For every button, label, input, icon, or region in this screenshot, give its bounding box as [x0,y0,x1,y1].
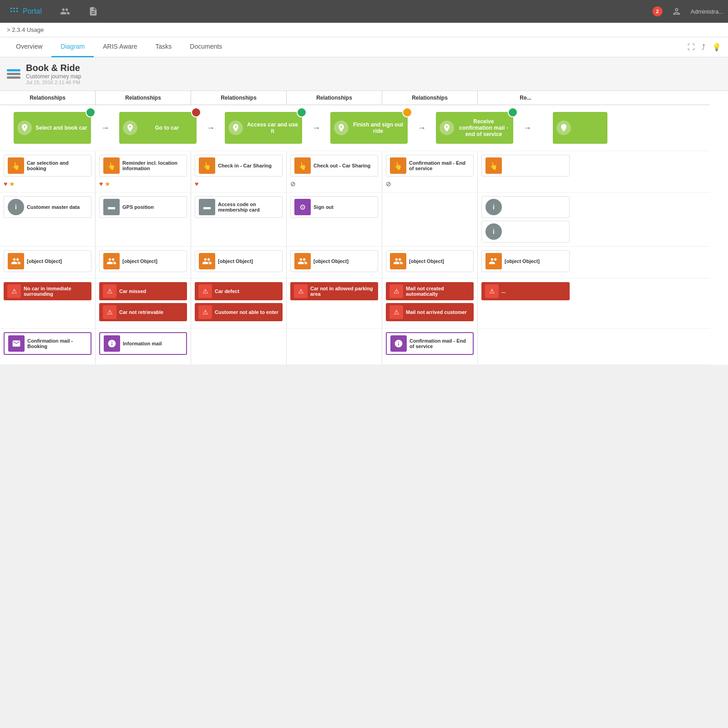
notification-badge[interactable]: 2 [652,6,662,16]
process-step-0: Select and book car [5,112,100,144]
alert-cell-1: ⚠ Car missed ⚠ Car not retrievable [96,278,191,328]
mail-cell-0: Confirmation mail - Booking [0,329,96,364]
tab-documents[interactable]: Documents [181,37,231,57]
team-item-2[interactable]: [object Object] [195,250,283,272]
title-bar-blue [7,69,20,71]
tab-overview[interactable]: Overview [7,37,51,57]
team-cell-3: [object Object] [287,247,382,278]
process-box-4[interactable]: Receive confirmation mail - end of servi… [436,112,513,144]
access-item[interactable]: ▬ Access code on membership card [195,196,283,218]
process-box-2[interactable]: Access car and use it [225,112,302,144]
step-label-4: Receive confirmation mail - end of servi… [458,118,510,137]
tabs-actions: ⛶ ⤴ 💡 [688,43,721,51]
alert-item-1b[interactable]: ⚠ Car not retrievable [99,303,187,321]
arrow-4: → [523,123,531,133]
nav-users[interactable] [56,0,75,23]
info-item-5b[interactable]: i [481,221,570,243]
touchpoint-label-2: Check in - Car Sharing [218,163,272,168]
team-cell-4: [object Object] [382,247,478,278]
touchpoint-item-0[interactable]: 👆 Car selection and booking [4,155,91,177]
info-item-0[interactable]: i Customer master data [4,196,91,218]
info-item-5a[interactable]: i [481,196,570,218]
touchpoint-cell-1: 👆 Reminder incl. location information ♥ … [96,151,191,192]
touchpoint-label-4: Confirmation mail - End of service [409,160,470,171]
mail-label-4: Confirmation mail - End of service [410,338,469,349]
tabs-bar: Overview Diagram ARIS Aware Tasks Docume… [0,37,728,57]
team-cell-1: [object Object] [96,247,191,278]
alert-item-4b[interactable]: ⚠ Mail not arrived customer [386,303,474,321]
team-label-0: [object Object] [27,258,62,264]
alert-item-1a[interactable]: ⚠ Car missed [99,282,187,300]
touchpoint-cell-2: 👆 Check in - Car Sharing ♥ [191,151,287,192]
alert-item-2a[interactable]: ⚠ Car defect [195,282,283,300]
team-item-3[interactable]: [object Object] [290,250,378,272]
mail-cell-3 [287,329,382,364]
team-cell-2: [object Object] [191,247,287,278]
tab-aris-aware[interactable]: ARIS Aware [94,37,146,57]
alert-icon-1a: ⚠ [103,284,116,298]
process-box-0[interactable]: Select and book car [14,112,91,144]
team-item-5[interactable]: [object Object] [481,250,570,272]
data-cell-1: ▬ GPS position [96,192,191,246]
process-dot-3 [402,107,412,117]
process-step-2: Access car and use it [216,112,311,144]
docs-icon [88,6,98,16]
share-network-icon[interactable]: ⛶ [688,43,695,51]
mail-label-1: Information mail [123,341,162,346]
alert-label-2b: Customer not able to enter [215,309,278,315]
team-icon-3 [294,253,311,269]
team-label-3: [object Object] [313,258,349,264]
team-item-0[interactable]: [object Object] [4,250,91,272]
team-icon-2 [199,253,215,269]
users-icon [60,6,70,16]
team-item-4[interactable]: [object Object] [386,250,474,272]
diagram-title-area: Book & Ride Customer journey map Jul 15,… [0,57,728,91]
nav-glasses[interactable] [667,6,686,16]
alert-item-5[interactable]: ⚠ ... [481,282,570,300]
nav-right-actions: 2 Administra... [652,6,723,16]
tab-diagram[interactable]: Diagram [51,37,94,57]
process-box-3[interactable]: Finish and sign out ride [330,112,408,144]
team-item-1[interactable]: [object Object] [99,250,187,272]
heart-icon-1: ♥ [99,180,103,187]
rel-header-1: Relationships [96,91,191,105]
bulb-icon[interactable]: 💡 [712,43,721,51]
touchpoint-item-1[interactable]: 👆 Reminder incl. location information [99,155,187,177]
signout-item[interactable]: ⚙ Sign out [290,196,378,218]
step-icon-3 [334,121,349,135]
touchpoint-icon-1: 👆 [103,157,120,174]
tab-tasks[interactable]: Tasks [147,37,181,57]
data-cell-4 [382,192,478,246]
share-icon[interactable]: ⤴ [702,43,705,51]
team-icon-1 [103,253,120,269]
mail-item-4[interactable]: Confirmation mail - End of service [386,332,474,355]
nav-docs[interactable] [84,0,103,23]
alert-cell-5: ⚠ ... [478,278,573,328]
data-cell-5: i i [478,192,573,246]
nav-portal[interactable]: Portal [5,0,46,23]
alert-item-3[interactable]: ⚠ Car not in allowed parking area [290,282,378,300]
alert-item-4a[interactable]: ⚠ Mail not created automatically [386,282,474,300]
mail-item-1[interactable]: Information mail [99,332,187,355]
team-cell-0: [object Object] [0,247,96,278]
touchpoint-item-3[interactable]: 👆 Check out - Car Sharing [290,155,378,177]
access-label: Access code on membership card [218,202,278,212]
process-box-1[interactable]: Go to car [119,112,197,144]
mail-item-0[interactable]: Confirmation mail - Booking [4,332,91,355]
alert-label-2a: Car defect [215,288,239,294]
gps-item[interactable]: ▬ GPS position [99,196,187,218]
team-label-4: [object Object] [409,258,444,264]
touchpoint-item-5[interactable]: 👆 [481,155,570,177]
alert-label-3: Car not in allowed parking area [310,286,374,297]
step-icon-2 [228,121,243,135]
alert-item-0[interactable]: ⚠ No car in immediate surrounding [4,282,91,300]
svg-point-3 [13,10,15,12]
step-label-3: Finish and sign out ride [352,121,404,134]
alert-icon-4b: ⚠ [389,305,403,319]
alert-cell-0: ⚠ No car in immediate surrounding [0,278,96,328]
process-box-5[interactable] [553,112,607,144]
touchpoint-item-4[interactable]: 👆 Confirmation mail - End of service [386,155,474,177]
alert-item-2b[interactable]: ⚠ Customer not able to enter [195,303,283,321]
touchpoint-item-2[interactable]: 👆 Check in - Car Sharing [195,155,283,177]
touchpoint-icon-2: 👆 [199,157,215,174]
